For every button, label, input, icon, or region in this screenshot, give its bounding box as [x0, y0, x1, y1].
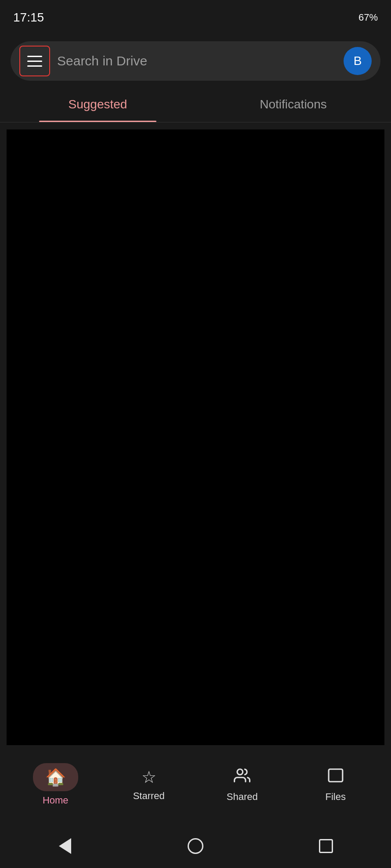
- menu-icon-line2: [27, 61, 42, 62]
- nav-icon-bg-home: 🏠: [33, 763, 78, 791]
- search-placeholder[interactable]: Search in Drive: [57, 54, 337, 68]
- tabs-container: Suggested Notifications: [0, 87, 391, 122]
- svg-point-0: [237, 769, 243, 775]
- search-bar-container: Search in Drive B: [0, 35, 391, 87]
- nav-item-home[interactable]: 🏠 Home: [29, 763, 82, 806]
- home-icon: 🏠: [45, 768, 66, 786]
- avatar[interactable]: B: [344, 47, 372, 75]
- tab-suggested[interactable]: Suggested: [0, 87, 196, 122]
- menu-icon-line1: [27, 56, 42, 57]
- system-nav: [0, 824, 391, 868]
- svg-rect-1: [329, 769, 343, 782]
- nav-item-starred[interactable]: ☆ Starred: [123, 768, 175, 802]
- battery-level: 67%: [358, 12, 378, 23]
- nav-label-starred: Starred: [133, 790, 165, 802]
- tab-notifications[interactable]: Notifications: [196, 87, 391, 122]
- shared-icon: [234, 767, 250, 788]
- starred-icon: ☆: [141, 768, 156, 787]
- back-icon: [59, 838, 71, 854]
- menu-button[interactable]: [19, 46, 50, 76]
- main-content: [7, 129, 384, 745]
- back-button[interactable]: [52, 833, 78, 859]
- recents-button[interactable]: [313, 833, 339, 859]
- status-time: 17:15: [13, 11, 44, 25]
- home-circle-icon: [188, 838, 203, 854]
- files-icon: [327, 767, 344, 788]
- nav-item-files[interactable]: Files: [309, 767, 362, 803]
- recents-icon: [319, 839, 333, 853]
- nav-label-shared: Shared: [227, 791, 258, 803]
- status-icons: 67%: [358, 12, 378, 23]
- bottom-nav: 🏠 Home ☆ Starred Shared Files: [0, 745, 391, 824]
- nav-label-files: Files: [326, 791, 346, 803]
- home-button[interactable]: [182, 833, 209, 859]
- nav-item-shared[interactable]: Shared: [216, 767, 268, 803]
- menu-icon-line3: [27, 65, 42, 67]
- nav-label-home: Home: [43, 795, 69, 806]
- search-bar[interactable]: Search in Drive B: [11, 41, 380, 81]
- status-bar: 17:15 67%: [0, 0, 391, 35]
